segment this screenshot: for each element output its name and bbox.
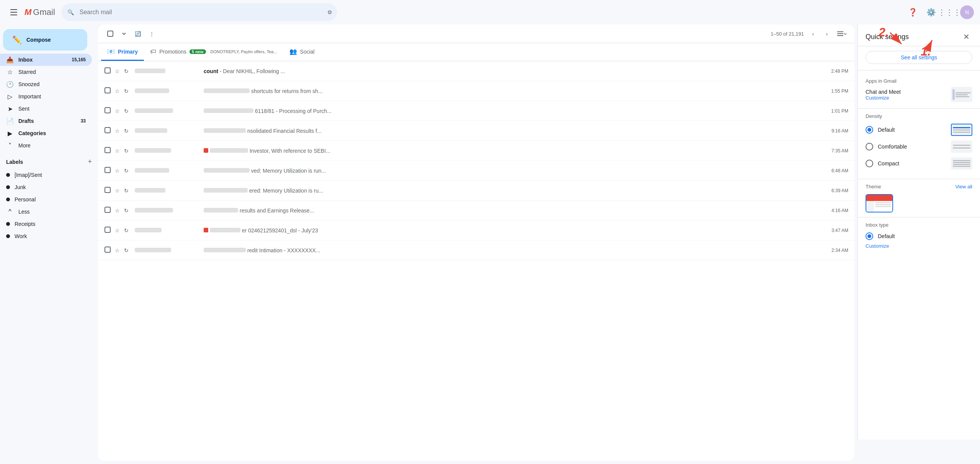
tab-social[interactable]: 👥 Social: [283, 43, 321, 61]
refresh-button[interactable]: 🔄: [132, 28, 144, 40]
search-options-icon[interactable]: ⚙: [327, 9, 332, 15]
star-icon[interactable]: ☆: [115, 148, 122, 154]
select-all-button[interactable]: [104, 28, 116, 40]
sidebar-item-categories[interactable]: ▶ Categories: [0, 127, 92, 139]
svg-rect-8: [105, 147, 110, 153]
top-bar: M Gmail 🔍 ⚙ ❓ ⚙️ ⋮⋮⋮ N: [0, 0, 980, 25]
snooze-icon[interactable]: ↻: [124, 188, 132, 194]
snooze-icon[interactable]: ↻: [124, 128, 132, 134]
sidebar-item-important[interactable]: ▷ Important: [0, 90, 92, 103]
inbox-customize-link[interactable]: Customize: [866, 243, 972, 249]
star-icon[interactable]: ☆: [115, 108, 122, 114]
table-row[interactable]: ☆ ↻ Investor, With reference to SEBI... …: [98, 141, 854, 161]
toolbar: 🔄 ⋮ 1–50 of 21,191 ‹ ›: [98, 25, 854, 43]
sidebar-item-label: Inbox: [18, 57, 33, 63]
sidebar-item-label: [Imap]/Sent: [15, 172, 42, 178]
density-compact-radio[interactable]: [866, 160, 873, 167]
snooze-icon[interactable]: ↻: [124, 207, 132, 214]
table-row[interactable]: ☆ ↻ ered: Memory Utilization is ru... 6:…: [98, 181, 854, 201]
select-dropdown-button[interactable]: [118, 28, 130, 40]
svg-rect-12: [105, 227, 110, 232]
more-options-button[interactable]: ⋮: [145, 28, 158, 40]
snooze-icon[interactable]: ↻: [124, 68, 132, 74]
inbox-default-radio[interactable]: [866, 232, 873, 240]
search-input[interactable]: [61, 3, 337, 21]
sidebar-item-sent[interactable]: ➤ Sent: [0, 103, 92, 115]
sidebar-item-label: Sent: [18, 106, 29, 112]
add-label-button[interactable]: +: [88, 158, 92, 166]
table-row[interactable]: ☆ ↻ 6118/81 - Processing of Purch... 1:0…: [98, 101, 854, 121]
next-page-button[interactable]: ›: [821, 28, 833, 40]
density-compact-label: Compact: [878, 160, 899, 167]
density-comfortable-label: Comfortable: [878, 144, 907, 150]
snooze-icon[interactable]: ↻: [124, 108, 132, 114]
snoozed-icon: 🕐: [6, 81, 14, 88]
svg-rect-2: [837, 33, 843, 34]
star-icon[interactable]: ☆: [115, 207, 122, 214]
snooze-icon[interactable]: ↻: [124, 247, 132, 253]
inbox-icon: 📥: [6, 56, 14, 64]
svg-rect-11: [105, 207, 110, 212]
see-all-settings-button[interactable]: See all settings: [866, 51, 972, 64]
compose-button[interactable]: ✏️ Compose: [3, 29, 87, 51]
sidebar-item-work[interactable]: Work: [0, 230, 92, 242]
settings-button[interactable]: ⚙️: [923, 5, 939, 20]
compose-icon: ✏️: [12, 35, 22, 44]
sidebar-item-label: Snoozed: [18, 81, 39, 87]
snooze-icon[interactable]: ↻: [124, 148, 132, 154]
snooze-icon[interactable]: ↻: [124, 88, 132, 94]
sidebar-item-less[interactable]: ^ Less: [0, 206, 92, 218]
snooze-icon[interactable]: ↻: [124, 227, 132, 234]
sidebar-item-more[interactable]: ˅ More: [0, 139, 92, 152]
sidebar-item-personal[interactable]: Personal: [0, 193, 92, 206]
prev-page-button[interactable]: ‹: [807, 28, 819, 40]
quick-settings-title: Quick settings: [866, 33, 909, 41]
social-tab-icon: 👥: [289, 48, 297, 55]
label-dot-icon: [6, 234, 10, 238]
snooze-icon[interactable]: ↻: [124, 168, 132, 174]
density-default-radio[interactable]: [866, 126, 873, 134]
sidebar-item-junk[interactable]: Junk: [0, 181, 92, 193]
count-text: 1–50 of 21,191: [771, 31, 804, 37]
density-default-label: Default: [878, 127, 895, 133]
sidebar-item-snoozed[interactable]: 🕐 Snoozed: [0, 78, 92, 90]
chevron-view-icon: [843, 32, 847, 36]
star-icon[interactable]: ☆: [115, 128, 122, 134]
view-options-button[interactable]: [836, 28, 848, 40]
table-row[interactable]: ☆ ↻ redit Intimation - XXXXXXXX... 2:34 …: [98, 240, 854, 260]
toolbar-nav: ‹ ›: [807, 28, 833, 40]
star-icon[interactable]: ☆: [115, 68, 122, 74]
table-row[interactable]: ☆ ↻ count - Dear NIKHIL, Following ... 2…: [98, 61, 854, 81]
star-icon[interactable]: ☆: [115, 227, 122, 234]
menu-button[interactable]: [6, 5, 21, 20]
help-button[interactable]: ❓: [905, 5, 920, 20]
sidebar-item-drafts[interactable]: 📄 Drafts 33: [0, 115, 92, 127]
theme-section: Theme View all: [858, 181, 980, 216]
sidebar-item-label: Less: [18, 209, 30, 215]
avatar[interactable]: N: [960, 5, 974, 19]
sidebar-item-label: Junk: [15, 184, 26, 190]
table-row[interactable]: ☆ ↻ ved: Memory Utilization is run... 6:…: [98, 161, 854, 181]
sidebar-item-receipts[interactable]: Receipts: [0, 218, 92, 230]
sidebar-item-imap-sent[interactable]: [Imap]/Sent: [0, 169, 92, 181]
star-icon[interactable]: ☆: [115, 88, 122, 94]
quick-settings-close-button[interactable]: ✕: [960, 31, 972, 43]
tab-primary[interactable]: 📧 Primary: [101, 43, 144, 61]
table-row[interactable]: ☆ ↻ er 0246212592401_dsl - July'23 3:47 …: [98, 221, 854, 240]
star-icon[interactable]: ☆: [115, 168, 122, 174]
view-all-themes-button[interactable]: View all: [955, 184, 972, 190]
sidebar-item-starred[interactable]: ☆ Starred: [0, 66, 92, 78]
star-icon[interactable]: ☆: [115, 247, 122, 253]
apps-button[interactable]: ⋮⋮⋮: [942, 5, 957, 20]
svg-rect-9: [105, 167, 110, 173]
tab-promotions[interactable]: 🏷 Promotions 5 new DONOTREPLY, Paytm off…: [144, 44, 283, 61]
theme-preview[interactable]: [866, 194, 893, 212]
chat-meet-customize[interactable]: Customize: [866, 95, 901, 101]
table-row[interactable]: ☆ ↻ nsolidated Financial Results f... 9:…: [98, 121, 854, 141]
density-comfortable-radio[interactable]: [866, 143, 873, 150]
sidebar-item-inbox[interactable]: 📥 Inbox 15,165: [0, 54, 92, 66]
promotions-tab-icon: 🏷: [150, 48, 156, 55]
table-row[interactable]: ☆ ↻ results and Earnings Release... 4:16…: [98, 201, 854, 221]
table-row[interactable]: ☆ ↻ shortcuts for returns from sh... 1:5…: [98, 81, 854, 101]
star-icon[interactable]: ☆: [115, 188, 122, 194]
